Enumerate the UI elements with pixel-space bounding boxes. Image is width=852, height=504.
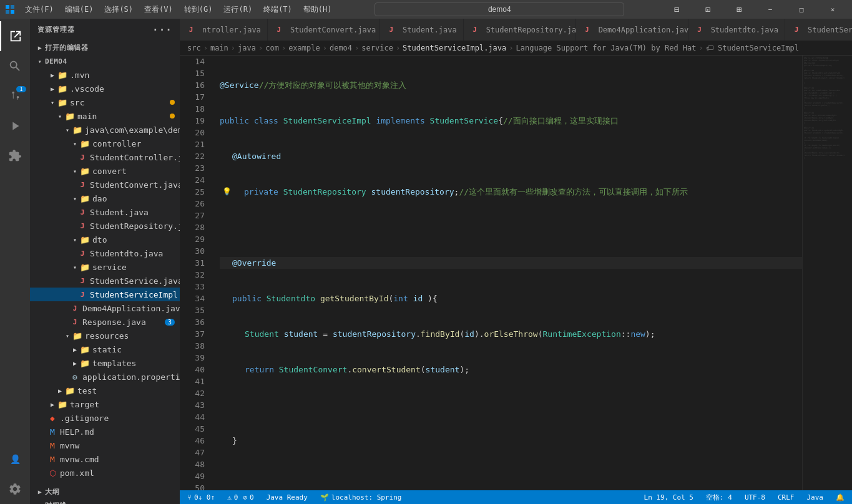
breadcrumb-com[interactable]: com	[265, 44, 279, 52]
src-folder[interactable]: ▾ 📁 src	[30, 95, 180, 109]
menu-run[interactable]: 运行(R)	[218, 3, 257, 16]
menu-view[interactable]: 查看(V)	[139, 3, 178, 16]
spring-status[interactable]: 🌱 localhost: Spring	[318, 493, 404, 502]
outline-section[interactable]: ▶ 大纲	[30, 485, 180, 498]
demo4-package-folder[interactable]: ▾ 📁 java\com\example\demo4	[30, 123, 180, 137]
breadcrumb-example[interactable]: example	[288, 44, 320, 52]
activity-settings[interactable]	[0, 474, 30, 504]
breadcrumb-demo4[interactable]: demo4	[330, 44, 352, 52]
layout-btn2[interactable]: ⊡	[693, 0, 722, 19]
chevron-down-icon: ▾	[70, 262, 80, 272]
demo4-application-file[interactable]: J Demo4Application.java	[30, 301, 180, 315]
ln-38: 38	[185, 340, 205, 352]
tab-student-label: Student.java	[403, 26, 457, 34]
mvn-folder[interactable]: ▶ 📁 .mvn	[30, 68, 180, 82]
layout-btn[interactable]: ⊟	[662, 0, 691, 19]
student-controller-file[interactable]: J StudentController.java	[30, 150, 180, 164]
student-service-impl-file[interactable]: J StudentServiceImpl.java	[30, 288, 180, 301]
git-status[interactable]: ⑂ 0↓ 0↑	[185, 493, 217, 502]
target-folder[interactable]: ▶ 📁 target	[30, 397, 180, 411]
breadcrumb-main[interactable]: main	[210, 44, 228, 52]
student-service-label: StudentService.java	[90, 276, 180, 286]
mvnw-file[interactable]: M mvnw	[30, 439, 180, 452]
controller-label: controller	[92, 139, 141, 148]
activity-run[interactable]	[0, 111, 30, 141]
help-md-file[interactable]: M HELP.md	[30, 425, 180, 439]
pom-xml-file[interactable]: ⬡ pom.xml	[30, 466, 180, 480]
activity-explorer[interactable]	[0, 21, 30, 51]
src-label: src	[70, 98, 84, 107]
student-service-file[interactable]: J StudentService.java	[30, 274, 180, 288]
open-editors-section[interactable]: ▶ 打开的编辑器	[30, 41, 180, 54]
ln-26: 26	[185, 198, 205, 210]
tab-studentdto[interactable]: J Studentdto.java	[688, 19, 785, 41]
breadcrumb-java[interactable]: java	[238, 44, 256, 52]
gitignore-file[interactable]: ◆ .gitignore	[30, 411, 180, 425]
menu-file[interactable]: 文件(F)	[20, 3, 59, 16]
student-convert-file[interactable]: J StudentConvert.java	[30, 178, 180, 191]
menu-terminal[interactable]: 终端(T)	[258, 3, 297, 16]
breadcrumb-lang[interactable]: Language Support for Java(TM) by Red Hat	[516, 44, 697, 52]
close-button[interactable]: ×	[818, 0, 847, 19]
layout-btn3[interactable]: ⊞	[725, 0, 753, 19]
menu-edit[interactable]: 编辑(E)	[60, 3, 99, 16]
sidebar-more-button[interactable]: ···	[152, 24, 172, 36]
line-endings[interactable]: CRLF	[775, 493, 797, 502]
maximize-button[interactable]: □	[787, 0, 816, 19]
tab-student-repository[interactable]: J StudentRepository.java	[464, 19, 576, 41]
student-file[interactable]: J Student.java	[30, 205, 180, 219]
menu-help[interactable]: 帮助(H)	[298, 3, 337, 16]
controller-folder[interactable]: ▾ 📁 controller	[30, 137, 180, 150]
search-input[interactable]	[375, 2, 624, 16]
resources-folder[interactable]: ▾ 📁 resources	[30, 329, 180, 342]
error-status[interactable]: ⚠ 0 ⊘ 0	[225, 493, 257, 502]
line-col-text: Ln 19, Col 5	[644, 493, 693, 502]
tab-student[interactable]: J Student.java	[380, 19, 464, 41]
static-folder[interactable]: ▶ 📁 static	[30, 342, 180, 356]
encoding[interactable]: UTF-8	[742, 493, 768, 502]
code-line-24: }	[220, 435, 802, 447]
dto-folder[interactable]: ▾ 📁 dto	[30, 233, 180, 246]
breadcrumb-service[interactable]: service	[361, 44, 393, 52]
cursor-position[interactable]: Ln 19, Col 5	[642, 493, 696, 502]
code-editor[interactable]: @Service//方便对应的对象可以被其他的对象注入 public class…	[210, 56, 802, 490]
vscode-folder[interactable]: ▶ 📁 .vscode	[30, 82, 180, 95]
ln-39: 39	[185, 352, 205, 364]
breadcrumb-src[interactable]: src	[187, 44, 201, 52]
demo4-section[interactable]: ▾ DEMO4	[30, 54, 180, 68]
activity-search[interactable]	[0, 51, 30, 81]
timeline-section[interactable]: ▶ 时间线	[30, 498, 180, 504]
java-ready-status[interactable]: Java Ready	[264, 493, 310, 502]
service-folder[interactable]: ▾ 📁 service	[30, 260, 180, 274]
dao-folder[interactable]: ▾ 📁 dao	[30, 191, 180, 205]
menu-goto[interactable]: 转到(G)	[179, 3, 218, 16]
main-folder[interactable]: ▾ 📁 main	[30, 109, 180, 123]
chevron-down-icon: ▾	[70, 138, 80, 148]
mvnw-cmd-file[interactable]: M mvnw.cmd	[30, 452, 180, 466]
minimize-button[interactable]: −	[756, 0, 785, 19]
application-properties-label: application.properties	[82, 372, 180, 382]
tab-demo4-application[interactable]: J Demo4Application.java	[576, 19, 688, 41]
java-icon: J	[77, 207, 87, 217]
test-folder[interactable]: ▶ 📁 test	[30, 384, 180, 397]
activity-source-control[interactable]: 1	[0, 81, 30, 111]
menu-select[interactable]: 选择(S)	[99, 3, 138, 16]
application-properties-file[interactable]: ⚙ application.properties	[30, 370, 180, 384]
notification-bell[interactable]: 🔔	[833, 493, 847, 502]
tab-student-convert[interactable]: J StudentConvert.java	[268, 19, 380, 41]
templates-folder[interactable]: ▶ 📁 templates	[30, 356, 180, 370]
java-tab-icon: J	[791, 25, 801, 35]
tab-controller[interactable]: J ntroller.java	[180, 19, 268, 41]
indentation[interactable]: 空格: 4	[703, 493, 735, 502]
breadcrumb-class[interactable]: 🏷 StudentServiceImpl	[706, 44, 799, 52]
activity-extensions[interactable]	[0, 141, 30, 171]
student-repository-file[interactable]: J StudentRepository.java	[30, 219, 180, 233]
ln-36: 36	[185, 316, 205, 328]
language-mode[interactable]: Java	[805, 493, 826, 502]
breadcrumb-file[interactable]: StudentServiceImpl.java	[403, 44, 506, 52]
tab-student-service[interactable]: J StudentService.java	[785, 19, 852, 41]
response-file[interactable]: J Response.java 3	[30, 315, 180, 329]
studentdto-file[interactable]: J Studentdto.java	[30, 246, 180, 260]
convert-folder[interactable]: ▾ 📁 convert	[30, 164, 180, 178]
activity-remote[interactable]: 👤	[0, 444, 30, 474]
